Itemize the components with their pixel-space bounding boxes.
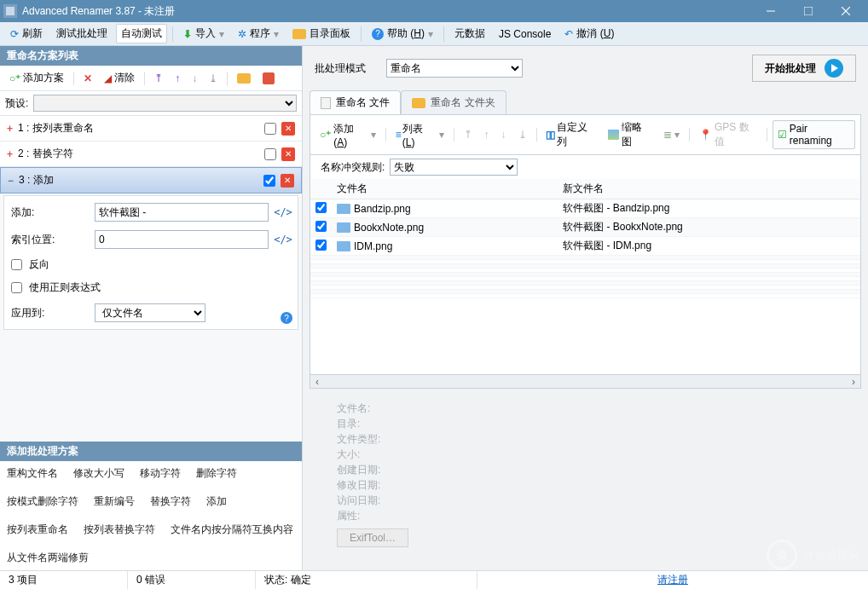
row-checkbox[interactable] [315,221,327,232]
help-icon[interactable]: ? [281,312,292,324]
scheme-link[interactable]: 文件名内按分隔符互换内容 [171,523,293,537]
menu-folder-panel[interactable]: 目录面板 [287,24,356,43]
menu-js-console[interactable]: JS Console [494,26,556,43]
collision-rule-select[interactable]: 失败 [390,159,518,176]
scheme-link[interactable]: 重构文件名 [7,466,58,481]
scheme-link[interactable]: 替换字符 [150,494,191,509]
menu-import[interactable]: ⬇导入▾ [178,24,229,43]
window-title: Advanced Renamer 3.87 - 未注册 [22,4,752,19]
preset-select[interactable] [33,95,297,112]
add-label: 添加: [11,205,88,220]
preset-label: 预设: [5,96,28,111]
exiftool-button[interactable]: ExifTool… [337,528,408,547]
method-delete-button[interactable]: ✕ [281,174,294,188]
menu-undo[interactable]: ↶撤消 (U) [559,24,619,43]
scheme-link[interactable]: 按模式删除字符 [7,494,78,509]
scheme-link[interactable]: 修改大小写 [73,466,124,481]
row-checkbox[interactable] [315,202,327,213]
plus-icon: + [7,148,13,160]
clear-methods-button[interactable]: ◢清除 [100,69,139,87]
save-preset-button[interactable] [258,71,279,86]
move-up-button[interactable]: ↑ [480,127,494,142]
close-button[interactable] [827,0,865,22]
method-delete-button[interactable]: ✕ [281,147,295,161]
insert-tag-button[interactable]: </> [275,205,291,220]
horizontal-scrollbar[interactable]: ‹ › [310,375,861,389]
index-input[interactable] [95,230,269,249]
scheme-link[interactable]: 按列表重命名 [7,523,68,537]
method-enable-checkbox[interactable] [263,175,275,187]
menu-metadata[interactable]: 元数据 [449,24,490,43]
cell-newfilename: 软件截图 - IDM.png [558,237,860,256]
add-files-button[interactable]: ○⁺添加 (A)▾ [315,120,380,150]
tab-rename-folders[interactable]: 重命名 文件夹 [401,90,506,114]
view-options-button[interactable]: ≣▾ [659,127,684,142]
delete-method-button[interactable]: ✕ [79,71,96,86]
scheme-link[interactable]: 重新编号 [94,494,135,509]
maximize-button[interactable] [790,0,827,22]
status-items: 3 项目 [0,571,128,589]
thumbnails-button[interactable]: 缩略图 [604,118,656,151]
menu-help[interactable]: ?帮助 (H)▾ [367,24,438,43]
method-enable-checkbox[interactable] [264,123,276,135]
plus-icon: + [7,123,13,135]
scroll-left-button[interactable]: ‹ [310,375,324,388]
row-checkbox[interactable] [315,240,327,251]
scheme-link[interactable]: 移动字符 [140,466,181,481]
column-filename[interactable]: 文件名 [332,179,558,199]
gear-icon: ✲ [238,28,246,40]
table-row[interactable]: IDM.png 软件截图 - IDM.png [310,237,860,256]
backwards-checkbox[interactable] [11,259,22,270]
minimize-button[interactable] [752,0,790,22]
method-delete-button[interactable]: ✕ [281,122,295,136]
method-enable-checkbox[interactable] [264,148,276,160]
move-top-button[interactable]: ⤒ [150,71,167,86]
scheme-link[interactable]: 按列表替换字符 [84,523,155,537]
move-down-button[interactable]: ↓ [497,127,511,142]
menu-refresh[interactable]: ⟳刷新 [5,24,48,43]
tab-rename-files[interactable]: 重命名 文件 [310,90,401,114]
method-item-2[interactable]: + 2 : 替换字符 ✕ [0,141,302,167]
method-item-1[interactable]: + 1 : 按列表重命名 ✕ [0,116,302,141]
register-link[interactable]: 请注册 [657,573,688,587]
scheme-link[interactable]: 从文件名两端修剪 [7,551,89,565]
gps-button[interactable]: 📍GPS 数值 [695,118,761,151]
add-text-input[interactable] [95,203,269,222]
batch-mode-label: 批处理模式 [315,61,366,76]
insert-tag-button[interactable]: </> [275,232,291,247]
move-up-button[interactable]: ↑ [171,71,184,86]
file-grid[interactable]: 文件名 新文件名 Bandzip.png 软件截图 - Bandzip.png … [310,179,861,375]
menu-test-batch[interactable]: 测试批处理 [51,24,113,43]
apply-to-select[interactable]: 仅文件名 [95,303,205,322]
titlebar: Advanced Renamer 3.87 - 未注册 [0,0,868,22]
open-preset-button[interactable] [233,72,255,85]
chevron-down-icon: ▾ [219,28,224,40]
scroll-right-button[interactable]: › [847,375,860,388]
scheme-link[interactable]: 添加 [206,494,227,509]
move-top-button[interactable]: ⤒ [460,127,477,142]
table-row[interactable]: Bandzip.png 软件截图 - Bandzip.png [310,199,860,218]
menu-program[interactable]: ✲程序▾ [233,24,284,43]
add-method-button[interactable]: ○⁺添加方案 [5,69,68,87]
watermark-icon: 值 [767,540,797,570]
move-bottom-button[interactable]: ⤓ [514,127,531,142]
method-item-3[interactable]: − 3 : 添加 ✕ [0,167,302,193]
list-menu-button[interactable]: ≡列表 (L)▾ [391,120,448,150]
start-batch-button[interactable]: 开始批处理 [752,55,856,82]
batch-mode-select[interactable]: 重命名 [386,59,523,78]
table-row[interactable]: BookxNote.png 软件截图 - BookxNote.png [310,218,860,237]
folder-icon [292,29,306,39]
regex-checkbox[interactable] [11,282,22,293]
menu-auto-test[interactable]: 自动测试 [116,24,167,43]
move-bottom-button[interactable]: ⤓ [205,71,222,86]
chevron-down-icon: ▾ [428,28,433,40]
index-label: 索引位置: [11,233,88,247]
arrow-top-icon: ⤒ [154,72,163,84]
custom-columns-button[interactable]: ▯▯自定义列 [541,118,600,151]
scheme-link[interactable]: 删除字符 [196,466,237,481]
column-newfilename[interactable]: 新文件名 [558,179,860,199]
move-down-button[interactable]: ↓ [188,71,201,86]
pair-renaming-button[interactable]: ☑Pair renaming [773,120,855,149]
play-icon [825,59,843,78]
file-details: 文件名: 目录: 文件类型: 大小: 创建日期: 修改日期: 访问日期: 属性:… [303,389,868,559]
